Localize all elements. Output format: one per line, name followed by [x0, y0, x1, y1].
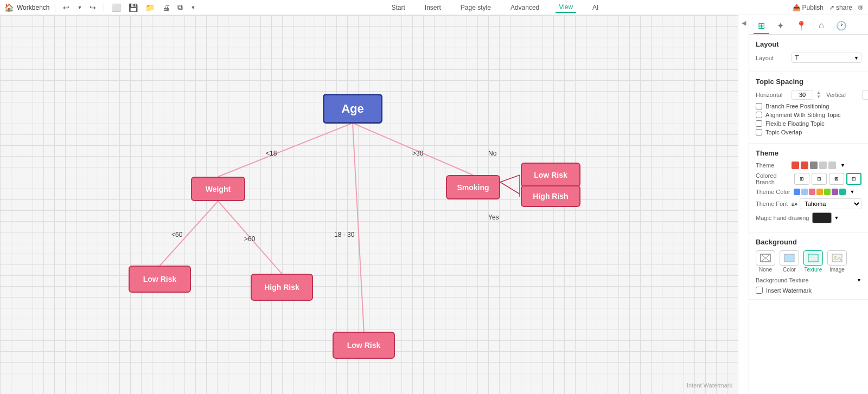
watermark-checkbox[interactable]	[756, 287, 763, 294]
bg-image[interactable]: Image	[827, 250, 847, 273]
toggle-icon: ◀	[742, 20, 746, 27]
menu-advanced[interactable]: Advanced	[507, 3, 542, 12]
tab-pin-icon: 📍	[796, 21, 807, 30]
bg-texture-chevron[interactable]: ▼	[857, 277, 861, 283]
tab-home[interactable]: ⌂	[814, 18, 828, 34]
flexible-label: Flexible Floating Topic	[765, 120, 825, 127]
horizontal-input[interactable]	[792, 90, 813, 100]
cb-option-3[interactable]: ⊠	[829, 173, 844, 185]
tc-5	[824, 189, 831, 195]
layout-control: ⊤ ▼	[792, 53, 861, 63]
bg-none[interactable]: None	[756, 250, 775, 273]
theme-title: Theme	[756, 149, 861, 157]
branch-free-row: Branch Free Positioning	[756, 103, 861, 109]
layout-dropdown[interactable]: ⊤ ▼	[792, 53, 861, 63]
cb-option-2[interactable]: ⊟	[812, 173, 827, 185]
node-low-risk-weight-label: Low Risk	[143, 275, 176, 283]
canvas-area[interactable]: <18 >30 <60 >60 18 - 30 No Yes Age Weigh…	[0, 15, 738, 394]
sidebar-toggle[interactable]: ◀	[738, 15, 749, 394]
branch-free-checkbox[interactable]	[756, 103, 762, 109]
tab-history-icon: 🕐	[836, 21, 847, 30]
publish-label: Publish	[802, 4, 824, 11]
node-age[interactable]: Age	[323, 94, 382, 124]
folder-btn[interactable]: 📁	[143, 2, 157, 13]
menu-ai[interactable]: AI	[589, 3, 602, 12]
colored-branch-row: Colored Branch ⊞ ⊟ ⊠ ⊡	[756, 172, 861, 185]
node-high-risk-smoke[interactable]: High Rish	[521, 185, 580, 207]
theme-control: ▼	[792, 162, 861, 169]
layout-section: Layout Layout ⊤ ▼	[749, 35, 868, 72]
theme-section: Theme Theme ▼ Colored Branch	[749, 144, 868, 232]
menu-page-style[interactable]: Page style	[457, 3, 494, 12]
edge-label-no: No	[488, 150, 496, 157]
theme-color-preview[interactable]	[792, 162, 836, 169]
overlap-row: Topic Overlap	[756, 129, 861, 135]
frame-btn[interactable]: ⬜	[110, 2, 123, 13]
vertical-input[interactable]	[862, 90, 868, 100]
node-low-risk-smoke-label: Low Risk	[534, 171, 567, 179]
bg-color[interactable]: Color	[780, 250, 799, 273]
toolbar-right: 📤 Publish ↗ share ⑨	[793, 4, 864, 11]
theme-color-5	[828, 162, 836, 169]
node-low-risk-weight[interactable]: Low Risk	[129, 266, 191, 293]
publish-button[interactable]: 📤 Publish	[793, 4, 824, 11]
home-icon: 🏠	[4, 3, 14, 12]
overlap-checkbox[interactable]	[756, 129, 762, 135]
bg-texture-label: Texture	[805, 267, 822, 273]
theme-font-row: Theme Font a» Tahoma	[756, 198, 861, 209]
theme-chevron[interactable]: ▼	[840, 163, 845, 168]
edge-label-gt60: >60	[244, 235, 255, 243]
print-btn[interactable]: 🖨	[160, 2, 172, 13]
paste-btn[interactable]: ▼	[188, 4, 197, 11]
undo-dropdown[interactable]: ▼	[75, 4, 84, 11]
cb-option-1[interactable]: ⊞	[794, 173, 809, 185]
node-high-risk-smoke-label: High Rish	[533, 192, 568, 201]
menu-start[interactable]: Start	[388, 3, 409, 12]
theme-color-chevron[interactable]: ▼	[850, 189, 855, 195]
tab-magic-icon: ✦	[777, 21, 784, 30]
tab-history[interactable]: 🕐	[832, 18, 851, 34]
magic-hand-color[interactable]	[812, 212, 832, 223]
edge-label-range1830: 18 - 30	[334, 231, 354, 238]
background-section: Background None Color	[749, 232, 868, 300]
horizontal-down[interactable]: ▼	[816, 95, 821, 99]
node-age-label: Age	[341, 102, 364, 116]
save-btn[interactable]: 💾	[126, 2, 140, 13]
undo-button[interactable]: ↩	[61, 2, 72, 13]
magic-hand-control: ▼	[812, 212, 861, 223]
tab-magic[interactable]: ✦	[773, 18, 788, 34]
tab-layout[interactable]: ⊞	[754, 18, 769, 34]
node-smoking-label: Smoking	[457, 183, 489, 192]
copy-btn[interactable]: ⧉	[175, 2, 185, 13]
node-weight[interactable]: Weight	[191, 177, 245, 201]
share-button[interactable]: ↗ share	[829, 4, 852, 11]
help-button[interactable]: ⑨	[858, 4, 864, 11]
flexible-checkbox[interactable]	[756, 120, 762, 127]
alignment-checkbox[interactable]	[756, 112, 762, 118]
share-label: share	[836, 4, 852, 11]
theme-font-control: a» Tahoma	[792, 198, 861, 209]
node-smoking[interactable]: Smoking	[446, 175, 500, 199]
menu-insert[interactable]: Insert	[422, 3, 444, 12]
tc-2	[801, 189, 808, 195]
watermark-label: Intent Watermark	[687, 382, 732, 389]
node-high-risk-weight[interactable]: High Risk	[251, 274, 313, 301]
redo-button[interactable]: ↪	[87, 2, 98, 13]
menu-view[interactable]: View	[556, 2, 576, 13]
flexible-row: Flexible Floating Topic	[756, 120, 861, 127]
bg-texture[interactable]: Texture	[803, 250, 823, 273]
watermark-insert-label: Insert Watermark	[766, 287, 812, 294]
node-low-risk-bottom[interactable]: Low Risk	[333, 332, 395, 359]
svg-rect-17	[832, 254, 842, 262]
tab-home-icon: ⌂	[819, 21, 824, 30]
cb-option-4[interactable]: ⊡	[846, 173, 861, 185]
bg-texture-label2: Background Texture	[756, 277, 809, 283]
background-title: Background	[756, 238, 861, 246]
node-low-risk-smoke[interactable]: Low Risk	[521, 163, 580, 187]
font-select[interactable]: Tahoma	[800, 198, 861, 209]
magic-hand-chevron[interactable]: ▼	[834, 215, 839, 221]
toolbar: 🏠 Workbench ↩ ▼ ↪ ⬜ 💾 📁 🖨 ⧉ ▼ Start Inse…	[0, 0, 868, 15]
layout-label: Layout	[756, 55, 788, 61]
layout-title: Layout	[756, 40, 861, 48]
tab-pin[interactable]: 📍	[792, 18, 811, 34]
